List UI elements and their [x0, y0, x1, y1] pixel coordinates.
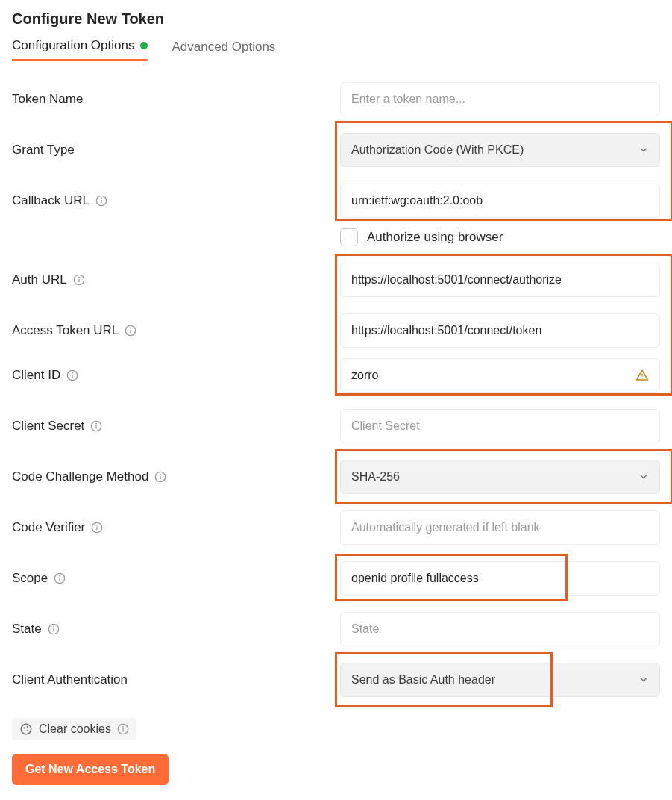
label-text: Grant Type	[12, 143, 75, 157]
label-grant-type: Grant Type	[12, 143, 340, 157]
client-authentication-select[interactable]: Send as Basic Auth header	[340, 663, 660, 697]
label-text: Scope	[12, 571, 48, 586]
label-text: Client Secret	[12, 419, 84, 434]
label-text: Code Challenge Method	[12, 469, 148, 484]
info-icon	[154, 471, 166, 483]
label-token-name: Token Name	[12, 92, 340, 107]
client-secret-input[interactable]: Client Secret	[340, 409, 660, 443]
state-input[interactable]: State	[340, 612, 660, 646]
scope-input[interactable]: openid profile fullaccess	[340, 561, 660, 596]
info-icon	[73, 274, 85, 286]
info-icon	[54, 572, 66, 584]
status-dot-icon	[140, 42, 148, 49]
label-text: Access Token URL	[12, 323, 119, 338]
row-grant-type: Grant Type Authorization Code (With PKCE…	[12, 133, 660, 167]
chevron-down-icon	[638, 472, 649, 482]
row-callback-url: Callback URL urn:ietf:wg:oauth:2.0:oob	[12, 184, 660, 218]
input-value: zorro	[351, 369, 378, 382]
info-icon	[125, 325, 136, 337]
tab-advanced-options[interactable]: Advanced Options	[172, 38, 275, 61]
input-placeholder: State	[351, 622, 379, 636]
select-value: Authorization Code (With PKCE)	[351, 143, 524, 157]
row-token-name: Token Name Enter a token name...	[12, 82, 660, 116]
input-placeholder: Client Secret	[351, 419, 420, 433]
label-client-authentication: Client Authentication	[12, 672, 340, 687]
tab-label: Advanced Options	[172, 40, 275, 54]
label-client-secret: Client Secret	[12, 419, 340, 434]
label-callback-url: Callback URL	[12, 193, 340, 208]
chevron-down-icon	[638, 675, 649, 685]
row-scope: Scope openid profile fullaccess	[12, 561, 660, 596]
label-access-token-url: Access Token URL	[12, 323, 340, 338]
code-challenge-method-select[interactable]: SHA-256	[340, 460, 660, 494]
input-placeholder: Enter a token name...	[351, 93, 465, 106]
button-label: Get New Access Token	[25, 763, 155, 775]
label-text: Callback URL	[12, 193, 90, 208]
code-verifier-input[interactable]: Automatically generated if left blank	[340, 510, 660, 545]
label-client-id: Client ID	[12, 368, 340, 383]
label-scope: Scope	[12, 571, 340, 586]
label-text: State	[12, 622, 42, 637]
clear-cookies-row: Clear cookies	[12, 718, 136, 740]
checkbox-label: Authorize using browser	[367, 230, 503, 245]
tab-label: Configuration Options	[12, 38, 134, 53]
info-icon	[95, 195, 107, 207]
label-code-verifier: Code Verifier	[12, 520, 340, 535]
chevron-down-icon	[638, 145, 649, 155]
row-authorize-browser: Authorize using browser	[340, 228, 660, 246]
label-auth-url: Auth URL	[12, 272, 340, 287]
info-icon	[66, 369, 78, 381]
footer-actions: Clear cookies Get New Access Token	[12, 718, 660, 785]
select-value: SHA-256	[351, 470, 400, 484]
info-icon	[90, 420, 102, 432]
input-value: https://localhost:5001/connect/authorize	[351, 273, 562, 287]
info-icon	[117, 723, 129, 735]
cookie-icon	[19, 722, 33, 736]
row-client-secret: Client Secret Client Secret	[12, 409, 660, 443]
get-new-access-token-button[interactable]: Get New Access Token	[12, 754, 169, 785]
info-icon	[48, 623, 60, 635]
label-code-challenge-method: Code Challenge Method	[12, 469, 340, 484]
label-text: Client ID	[12, 368, 60, 383]
label-text: Auth URL	[12, 272, 67, 287]
token-name-input[interactable]: Enter a token name...	[340, 82, 660, 116]
label-text: Token Name	[12, 92, 83, 107]
callback-url-input[interactable]: urn:ietf:wg:oauth:2.0:oob	[340, 184, 660, 218]
row-client-id: Client ID zorro	[12, 358, 660, 393]
row-client-authentication: Client Authentication Send as Basic Auth…	[12, 663, 660, 697]
label-state: State	[12, 622, 340, 637]
auth-url-input[interactable]: https://localhost:5001/connect/authorize	[340, 263, 660, 297]
info-icon	[91, 522, 103, 534]
access-token-url-input[interactable]: https://localhost:5001/connect/token	[340, 313, 660, 348]
grant-type-select[interactable]: Authorization Code (With PKCE)	[340, 133, 660, 167]
tabs: Configuration Options Advanced Options	[12, 38, 660, 61]
input-placeholder: Automatically generated if left blank	[351, 521, 540, 534]
input-value: https://localhost:5001/connect/token	[351, 324, 541, 337]
select-value: Send as Basic Auth header	[351, 673, 495, 687]
authorize-browser-checkbox[interactable]	[340, 228, 358, 246]
clear-cookies-button[interactable]: Clear cookies	[19, 722, 111, 736]
button-label: Clear cookies	[39, 722, 111, 736]
label-text: Code Verifier	[12, 520, 85, 535]
row-code-verifier: Code Verifier Automatically generated if…	[12, 510, 660, 545]
label-text: Client Authentication	[12, 672, 128, 687]
input-value: urn:ietf:wg:oauth:2.0:oob	[351, 194, 483, 207]
row-access-token-url: Access Token URL https://localhost:5001/…	[12, 313, 660, 348]
tab-configuration-options[interactable]: Configuration Options	[12, 38, 148, 61]
row-state: State State	[12, 612, 660, 646]
row-code-challenge-method: Code Challenge Method SHA-256	[12, 460, 660, 494]
client-id-input[interactable]: zorro	[340, 358, 660, 393]
row-auth-url: Auth URL https://localhost:5001/connect/…	[12, 263, 660, 297]
page-title: Configure New Token	[12, 10, 660, 28]
input-value: openid profile fullaccess	[351, 572, 479, 585]
warning-icon	[635, 369, 649, 382]
